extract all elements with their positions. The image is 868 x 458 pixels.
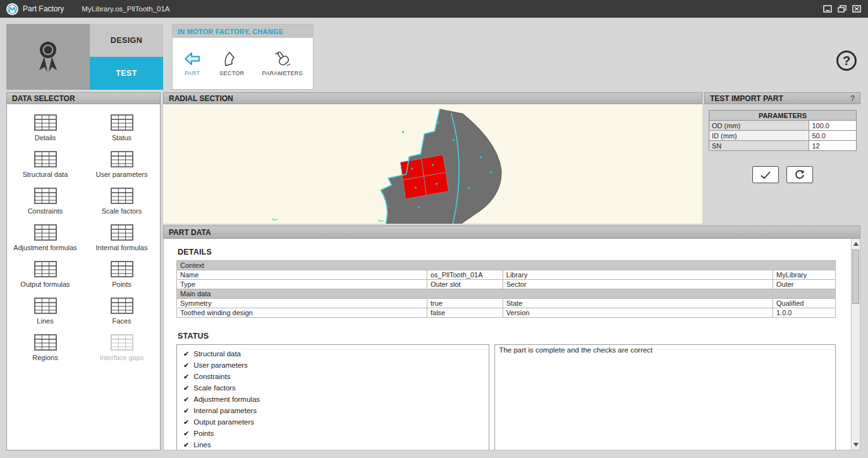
app-logo-icon — [6, 3, 18, 15]
sidebar-item-points[interactable]: Points — [83, 261, 160, 288]
help-icon[interactable]: ? — [836, 51, 857, 71]
test-import-panel: TEST IMPORT PART ? PARAMETERS OD (mm) 10… — [704, 92, 860, 224]
sidebar-item-interface-gaps: Interface gaps — [83, 334, 160, 361]
param-label: ID (mm) — [709, 131, 809, 141]
status-message: The part is complete and the checks are … — [494, 344, 836, 450]
check-icon: ✔ — [183, 371, 189, 382]
table-row: Type Outer slot Sector Outer — [177, 280, 836, 289]
part-drawing — [163, 104, 702, 224]
data-selector-panel: DATA SELECTOR Details Status Structural … — [6, 92, 161, 450]
list-item: ✔Internal parameters — [183, 405, 482, 416]
param-value-id[interactable]: 50.0 — [809, 131, 857, 141]
document-title: MyLibrary.os_PllTooth_01A — [82, 5, 169, 13]
list-item: ✔Output parameters — [183, 416, 482, 428]
param-value-sn[interactable]: 12 — [809, 141, 857, 151]
design-test-switch: DESIGN TEST — [90, 24, 163, 90]
part-button-label: PART — [185, 70, 200, 76]
details-table: Context Name os_PllTooth_01A Library MyL… — [176, 260, 836, 318]
test-import-title-bar: TEST IMPORT PART ? — [704, 92, 860, 104]
sidebar-item-scale-factors[interactable]: Scale factors — [83, 188, 160, 215]
table-icon — [111, 224, 133, 241]
test-import-help-icon[interactable]: ? — [850, 94, 855, 103]
status-heading: STATUS — [178, 332, 845, 340]
reset-button[interactable] — [786, 166, 813, 183]
reset-rotate-icon — [794, 169, 805, 181]
list-item: ✔Constraints — [183, 371, 482, 382]
check-icon: ✔ — [183, 416, 189, 428]
table-icon — [111, 114, 133, 131]
table-icon — [34, 188, 57, 204]
sector-icon — [223, 51, 241, 67]
scrollbar-thumb[interactable] — [852, 250, 859, 304]
check-icon: ✔ — [183, 428, 189, 439]
parameters-table-header: PARAMETERS — [709, 111, 857, 121]
sidebar-item-adjustment-formulas[interactable]: Adjustment formulas — [7, 224, 83, 251]
test-tab[interactable]: TEST — [90, 57, 163, 90]
check-icon: ✔ — [183, 394, 189, 405]
param-value-od[interactable]: 100.0 — [809, 121, 857, 131]
motor-factory-group: IN MOTOR FACTORY, CHANGE PART SECTOR — [172, 24, 314, 90]
sidebar-item-details[interactable]: Details — [7, 114, 83, 142]
sidebar-item-faces[interactable]: Faces — [83, 298, 160, 325]
sector-button[interactable]: SECTOR — [217, 40, 247, 87]
app-name: Part Factory — [23, 4, 64, 13]
table-icon — [111, 334, 133, 351]
table-icon — [34, 334, 57, 351]
table-icon — [111, 188, 133, 204]
list-item: ✔Scale factors — [183, 382, 482, 394]
param-label: OD (mm) — [709, 121, 809, 131]
part-data-title: PART DATA — [163, 226, 860, 239]
list-item: ✔Lines — [183, 439, 482, 450]
part-data-panel: PART DATA DETAILS Context Name os_PllToo… — [163, 226, 860, 450]
radial-section-canvas[interactable] — [163, 104, 702, 224]
part-button[interactable]: PART — [180, 40, 204, 87]
table-row: ID (mm) 50.0 — [709, 131, 857, 141]
toolbar: DESIGN TEST IN MOTOR FACTORY, CHANGE PAR… — [0, 18, 868, 92]
checkmark-icon — [759, 170, 772, 180]
sidebar-item-constraints[interactable]: Constraints — [7, 188, 83, 215]
back-arrow-icon — [183, 51, 202, 67]
apply-button[interactable] — [752, 166, 779, 183]
sidebar-item-structural-data[interactable]: Structural data — [7, 151, 83, 178]
sidebar-item-user-parameters[interactable]: User parameters — [83, 151, 160, 178]
table-icon — [111, 298, 133, 314]
scroll-up-icon[interactable] — [852, 239, 860, 248]
sidebar-item-regions[interactable]: Regions — [7, 334, 83, 361]
radial-section-panel: RADIAL SECTION — [163, 92, 702, 224]
titlebar: Part Factory MyLibrary.os_PllTooth_01A — [0, 0, 868, 18]
close-icon[interactable] — [852, 4, 862, 13]
data-selector-grid: Details Status Structural data User para… — [6, 104, 161, 450]
check-icon: ✔ — [183, 405, 189, 416]
scroll-down-icon[interactable] — [852, 440, 860, 449]
main-area: DATA SELECTOR Details Status Structural … — [0, 92, 868, 450]
status-checklist: ✔Structural data ✔User parameters ✔Const… — [176, 344, 489, 450]
table-row: Name os_PllTooth_01A Library MyLibrary — [177, 270, 836, 280]
table-row: Toothed winding design false Version 1.0… — [177, 308, 836, 318]
minimize-icon[interactable] — [822, 4, 833, 13]
table-icon — [34, 298, 57, 314]
list-item: ✔Adjustment formulas — [183, 394, 482, 405]
sidebar-item-output-formulas[interactable]: Output formulas — [7, 261, 83, 288]
motor-factory-header: IN MOTOR FACTORY, CHANGE — [173, 25, 313, 38]
check-icon: ✔ — [183, 348, 189, 359]
window-controls — [822, 4, 862, 13]
table-icon — [34, 261, 57, 277]
sidebar-item-internal-formulas[interactable]: Internal formulas — [83, 224, 160, 251]
list-item: ✔Structural data — [183, 348, 482, 359]
test-import-title: TEST IMPORT PART — [710, 94, 783, 103]
vertical-scrollbar[interactable] — [851, 239, 860, 450]
list-item: ✔Points — [183, 428, 482, 439]
table-icon — [34, 114, 57, 131]
sidebar-item-lines[interactable]: Lines — [7, 298, 83, 325]
table-row: Symmetry true State Qualified — [177, 299, 836, 308]
qualification-medal-button[interactable] — [6, 24, 90, 90]
table-icon — [111, 151, 133, 167]
table-icon — [34, 224, 57, 241]
design-tab[interactable]: DESIGN — [90, 24, 163, 57]
parameters-button[interactable]: PARAMETERS — [260, 40, 305, 87]
restore-icon[interactable] — [837, 4, 847, 13]
sector-button-label: SECTOR — [219, 70, 244, 76]
table-icon — [34, 151, 57, 167]
table-section-row: Context — [177, 261, 836, 270]
sidebar-item-status[interactable]: Status — [83, 114, 160, 142]
